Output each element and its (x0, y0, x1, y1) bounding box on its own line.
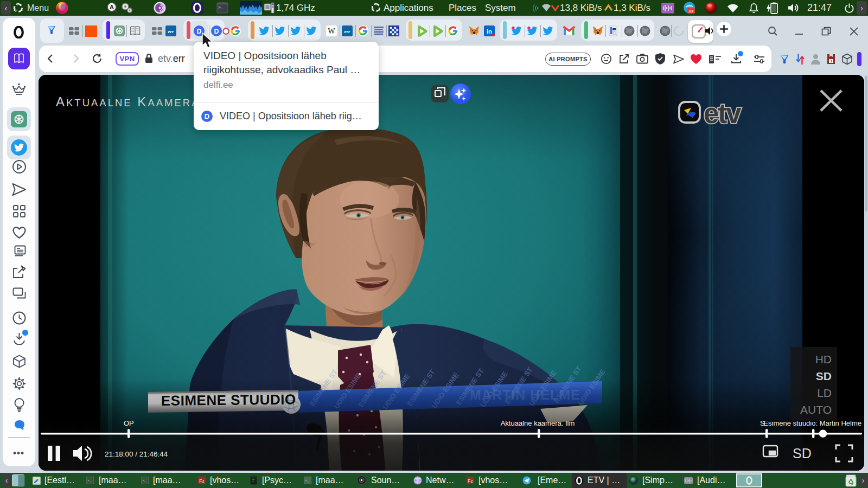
svg-text:in: in (487, 28, 492, 35)
svg-text:Esimene stuudio: Martin Helme: Esimene stuudio: Martin Helme (763, 419, 861, 427)
svg-text:AKTUAALNE KAAMERA: AKTUAALNE KAAMERA (56, 94, 200, 109)
svg-text:err: err (344, 29, 350, 34)
svg-text:>_: >_ (305, 479, 309, 483)
svg-text:SD: SD (793, 446, 812, 461)
svg-text:Aktuaalne kaamera. Ilm: Aktuaalne kaamera. Ilm (501, 419, 575, 427)
svg-text:LD: LD (817, 387, 832, 399)
svg-text:21:18:00 / 21:46:44: 21:18:00 / 21:46:44 (105, 450, 168, 458)
svg-text:W: W (328, 27, 335, 35)
svg-text:>_: >_ (87, 479, 92, 483)
svg-text:SD: SD (816, 370, 832, 382)
svg-text:AUTO: AUTO (800, 403, 832, 416)
svg-text:D: D (214, 28, 219, 35)
svg-text:etv: etv (704, 98, 742, 129)
svg-text:S: S (760, 419, 765, 427)
svg-text:A: A (110, 4, 114, 10)
svg-text:1: 1 (830, 59, 832, 63)
svg-text:>_: >_ (218, 5, 224, 10)
svg-text:>_: >_ (142, 479, 146, 483)
svg-text:Fz: Fz (468, 478, 473, 484)
svg-text:err: err (168, 29, 174, 34)
svg-text:HD: HD (815, 353, 832, 365)
svg-text:OP: OP (124, 419, 134, 427)
svg-text:.07: .07 (688, 9, 694, 13)
svg-text:Fz: Fz (199, 478, 204, 484)
